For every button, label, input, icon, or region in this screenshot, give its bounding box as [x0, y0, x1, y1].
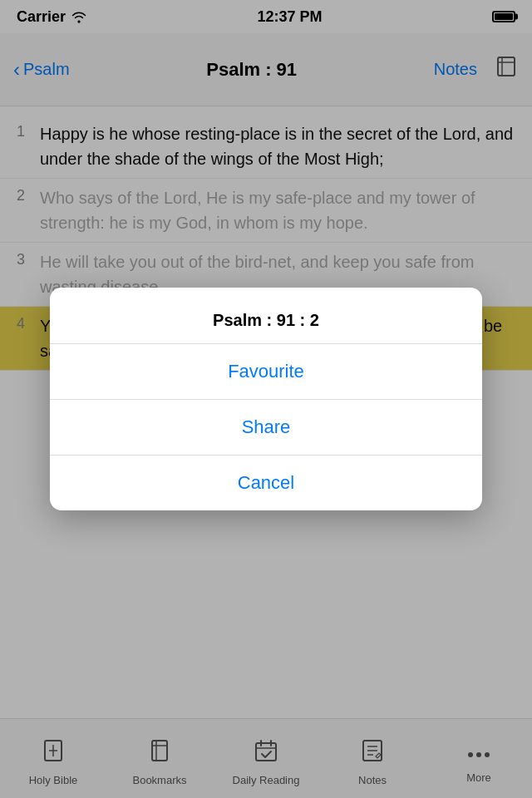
action-dialog: Psalm : 91 : 2 Favourite Share Cancel: [50, 288, 482, 510]
favourite-button[interactable]: Favourite: [50, 344, 482, 399]
dialog-title: Psalm : 91 : 2: [50, 288, 482, 343]
dialog-overlay: Psalm : 91 : 2 Favourite Share Cancel: [0, 0, 532, 798]
share-button[interactable]: Share: [50, 400, 482, 455]
cancel-button[interactable]: Cancel: [50, 456, 482, 510]
